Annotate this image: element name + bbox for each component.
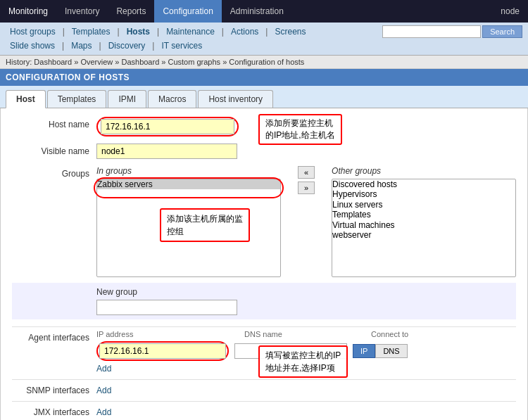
other-groups-linux[interactable]: Linux servers [332,200,515,210]
ip-address-input[interactable]: 172.16.16.1 [99,343,226,359]
nav-configuration[interactable]: Configuration [154,0,221,23]
main-form: Host name 172.16.16.1 添加所要监控主机的IP地址,给主机名… [0,108,528,420]
in-groups-option-zabbix[interactable]: Zabbix servers [97,179,280,189]
jmx-add-link[interactable]: Add [96,407,111,417]
annotation-ip: 填写被监控主机的IP地址并在,选择IP项 [258,345,348,378]
hostname-row: Host name 172.16.16.1 添加所要监控主机的IP地址,给主机名 [12,117,516,136]
sep6: | [61,41,65,51]
visiblename-label: Visible name [12,144,96,156]
sub-navigation: Host groups | Templates | Hosts | Mainte… [0,23,528,56]
nav-administration[interactable]: Administration [222,0,292,23]
tab-bar: Host Templates IPMI Macros Host inventor… [0,86,528,108]
groups-label: Groups [12,166,96,179]
subnav-it-services[interactable]: IT services [157,39,206,52]
section-title: CONFIGURATION OF HOSTS [0,69,528,86]
jmx-interfaces-label: JMX interfaces [12,405,96,417]
tab-templates[interactable]: Templates [47,90,107,108]
hostname-field: 172.16.16.1 添加所要监控主机的IP地址,给主机名 [96,117,516,136]
snmp-add-link[interactable]: Add [96,386,111,395]
arrow-left-btn[interactable]: « [298,166,315,179]
tab-host[interactable]: Host [6,90,46,108]
sep5: | [264,27,269,37]
subnav-slideshows[interactable]: Slide shows [6,39,59,52]
connect-to-col-label: Connect to [371,330,408,338]
visiblename-row: Visible name node1 [12,144,516,159]
sep8: | [151,41,156,51]
arrow-right-btn[interactable]: » [298,182,315,194]
visiblename-input[interactable]: node1 [96,144,237,159]
newgroup-label: New group [96,287,237,297]
other-groups-hypervisors[interactable]: Hypervisors [332,189,515,199]
subnav-hosts[interactable]: Hosts [122,25,154,38]
subnav-discovery[interactable]: Discovery [104,39,150,52]
top-navigation: Monitoring Inventory Reports Configurati… [0,0,528,23]
other-groups-templates[interactable]: Templates [332,210,515,219]
snmp-interfaces-row: SNMP interfaces Add [12,379,516,395]
subnav-actions[interactable]: Actions [227,25,263,38]
tab-macros[interactable]: Macros [148,90,196,108]
sep3: | [156,27,161,37]
nav-monitoring[interactable]: Monitoring [0,0,56,23]
other-groups-label: Other groups [332,166,516,176]
hostname-input[interactable]: 172.16.16.1 [101,119,234,134]
connect-ip-button[interactable]: IP [353,344,375,358]
in-groups-label: In groups [96,166,281,176]
search-area: Search [382,25,522,38]
other-groups-panel: Other groups Discovered hosts Hypervisor… [332,166,516,277]
other-groups-discovered[interactable]: Discovered hosts [332,179,515,189]
nav-reports[interactable]: Reports [108,0,154,23]
agent-interfaces-label: Agent interfaces [12,330,96,343]
agent-interfaces-row: Agent interfaces IP address DNS name Con… [12,326,516,374]
search-input[interactable] [382,25,481,38]
tab-host-inventory[interactable]: Host inventory [198,90,273,108]
snmp-interfaces-label: SNMP interfaces [12,383,96,395]
subnav-host-groups[interactable]: Host groups [6,25,60,38]
connect-buttons: IP DNS [353,344,408,358]
sep4: | [220,27,225,37]
sep2: | [116,27,121,37]
newgroup-input[interactable] [96,300,237,315]
connect-dns-button[interactable]: DNS [375,344,407,358]
annotation-hostname: 添加所要监控主机的IP地址,给主机名 [258,114,342,145]
hostname-label: Host name [12,117,96,129]
subnav-maps[interactable]: Maps [67,39,96,52]
nav-inventory[interactable]: Inventory [56,0,108,23]
sep7: | [98,41,103,51]
annotation-groups: 添加该主机所属的监控组 [160,208,250,242]
search-button[interactable]: Search [482,25,522,38]
breadcrumb: History: Dashboard » Overview » Dashboar… [0,56,528,69]
jmx-interfaces-row: JMX interfaces Add [12,401,516,417]
subnav-templates[interactable]: Templates [68,25,115,38]
visiblename-field: node1 [96,144,516,159]
subnav-screens[interactable]: Screens [270,25,310,38]
dns-name-col-label: DNS name [244,330,357,338]
groups-arrows: « » [295,166,318,194]
sep1: | [61,27,66,37]
ip-address-col-label: IP address [96,330,230,338]
other-groups-webserver[interactable]: webserver [332,230,515,240]
groups-row: Groups In groups Zabbix servers « » [12,166,516,277]
other-groups-list[interactable]: Discovered hosts Hypervisors Linux serve… [332,179,516,277]
subnav-maintenance[interactable]: Maintenance [162,25,219,38]
newgroup-row: New group [12,283,516,319]
other-groups-virtual[interactable]: Virtual machines [332,220,515,230]
node-label: node [492,1,528,22]
tab-ipmi[interactable]: IPMI [108,90,146,108]
